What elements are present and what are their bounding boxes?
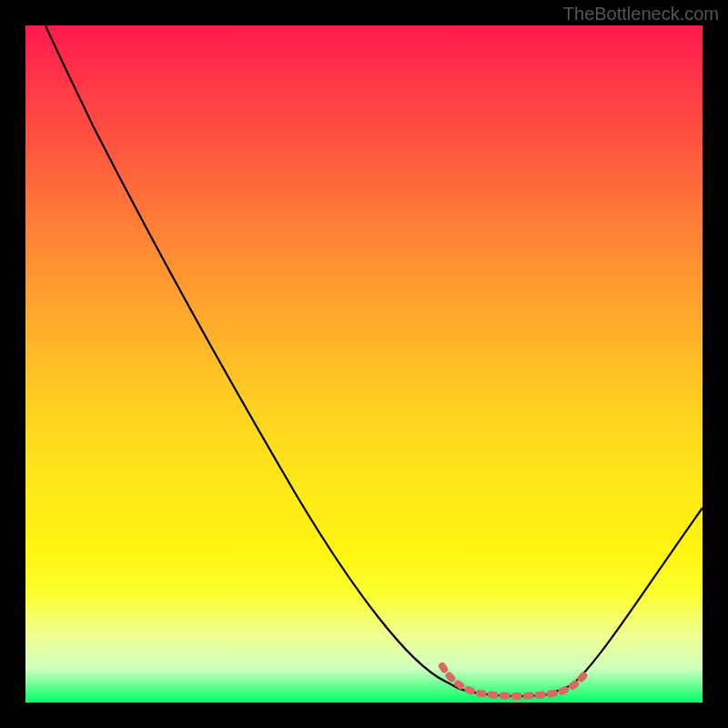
bottleneck-curve-line xyxy=(46,25,703,696)
watermark-text: TheBottleneck.com xyxy=(563,4,719,25)
chart-svg xyxy=(25,25,703,703)
optimal-band-marker xyxy=(442,666,588,696)
chart-gradient-area xyxy=(25,25,703,703)
